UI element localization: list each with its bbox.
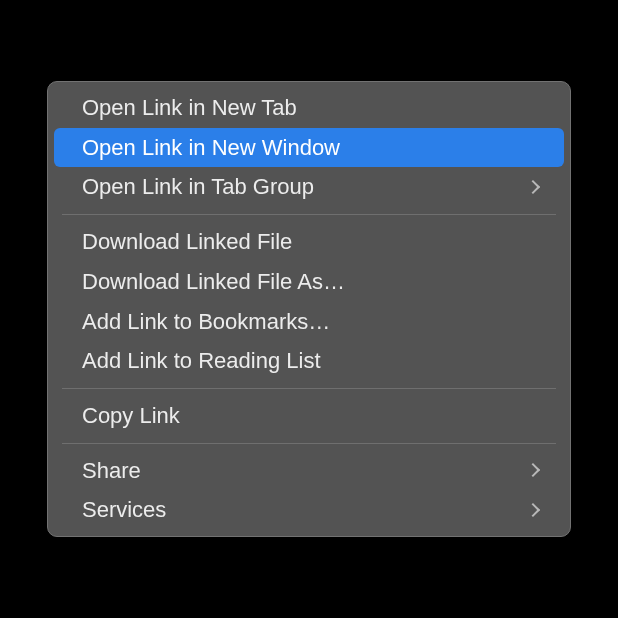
context-menu[interactable]: Open Link in New Tab Open Link in New Wi… <box>47 81 571 537</box>
menu-item-copy-link[interactable]: Copy Link <box>54 396 564 436</box>
menu-item-label: Open Link in Tab Group <box>82 172 314 202</box>
menu-item-label: Services <box>82 495 166 525</box>
menu-item-label: Share <box>82 456 141 486</box>
menu-separator <box>62 443 556 444</box>
menu-item-label: Open Link in New Window <box>82 133 340 163</box>
menu-item-label: Add Link to Bookmarks… <box>82 307 330 337</box>
chevron-right-icon <box>526 503 540 517</box>
menu-item-label: Copy Link <box>82 401 180 431</box>
menu-item-services[interactable]: Services <box>54 490 564 530</box>
menu-item-label: Open Link in New Tab <box>82 93 297 123</box>
menu-separator <box>62 388 556 389</box>
chevron-right-icon <box>526 463 540 477</box>
menu-item-open-link-new-tab[interactable]: Open Link in New Tab <box>54 88 564 128</box>
menu-item-open-link-new-window[interactable]: Open Link in New Window <box>54 128 564 168</box>
menu-item-download-linked-file-as[interactable]: Download Linked File As… <box>54 262 564 302</box>
menu-item-add-link-reading-list[interactable]: Add Link to Reading List <box>54 341 564 381</box>
menu-item-label: Add Link to Reading List <box>82 346 321 376</box>
menu-separator <box>62 214 556 215</box>
menu-item-label: Download Linked File As… <box>82 267 345 297</box>
menu-item-label: Download Linked File <box>82 227 292 257</box>
menu-item-download-linked-file[interactable]: Download Linked File <box>54 222 564 262</box>
menu-item-share[interactable]: Share <box>54 451 564 491</box>
menu-item-open-link-tab-group[interactable]: Open Link in Tab Group <box>54 167 564 207</box>
menu-item-add-link-bookmarks[interactable]: Add Link to Bookmarks… <box>54 302 564 342</box>
chevron-right-icon <box>526 180 540 194</box>
